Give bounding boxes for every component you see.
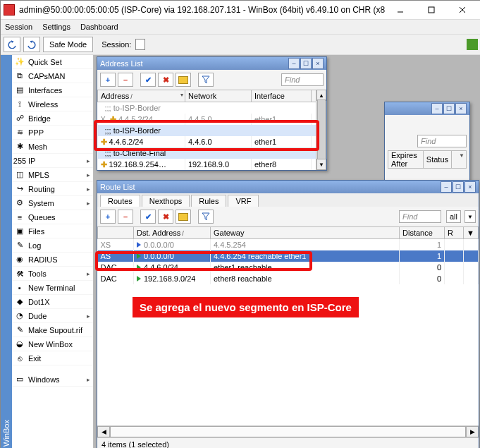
sidebar-item-dot1x[interactable]: ◆Dot1X xyxy=(12,295,93,309)
sidebar-item-new-winbox[interactable]: ◒New WinBox xyxy=(12,337,93,351)
table-row[interactable]: X✚ 4.4.5.2/244.4.5.0ether1 xyxy=(98,114,326,125)
sidebar-item-ppp[interactable]: ≋PPP xyxy=(12,126,93,140)
main-toolbar: Safe Mode Session: xyxy=(1,34,480,55)
col-more[interactable]: ▼ xyxy=(452,151,467,169)
route-min-button[interactable]: – xyxy=(441,181,452,193)
sidebar-item-mpls[interactable]: ◫MPLS▸ xyxy=(12,168,93,182)
table-row[interactable]: XS0.0.0.0/04.4.5.2541 xyxy=(98,239,479,251)
sidebar-item-exit[interactable]: ⎋Exit xyxy=(12,351,93,365)
table-row[interactable]: ;;; to-Cliente-Final xyxy=(98,147,326,159)
table-row[interactable]: ✚ 4.4.6.2/244.4.6.0ether1 xyxy=(98,136,326,147)
minimize-button[interactable] xyxy=(385,1,416,19)
sidebar-item-bridge[interactable]: ☍Bridge xyxy=(12,111,93,126)
route-remove-button[interactable]: – xyxy=(118,210,133,224)
tools-icon: 🛠 xyxy=(15,269,25,279)
hscroll-right[interactable]: ▶ xyxy=(466,426,479,437)
hidden-find-input[interactable]: Find xyxy=(417,135,467,147)
sidebar-item-routing[interactable]: ↪Routing▸ xyxy=(12,182,93,196)
table-row[interactable]: AS0.0.0.0/04.4.6.254 reachable ether11 xyxy=(98,250,479,262)
address-table: Address/▾ Network Interface ▼ ;;; to-ISP… xyxy=(97,90,326,170)
table-row[interactable]: ;;; to-ISP-Border xyxy=(98,125,326,136)
sidebar-item-log[interactable]: ✎Log xyxy=(12,238,93,253)
route-comment-button[interactable] xyxy=(176,210,191,224)
table-row[interactable]: ;;; to-ISP-Border xyxy=(98,102,326,114)
sidebar-item-label: New Terminal xyxy=(28,284,75,292)
hidden-min-button[interactable]: – xyxy=(431,103,443,114)
addr-max-button[interactable]: ☐ xyxy=(300,58,312,69)
sidebar-item-new-terminal[interactable]: ▪New Terminal xyxy=(12,281,93,295)
tab-rules[interactable]: Rules xyxy=(191,195,226,207)
col-address[interactable]: Address/▾ xyxy=(98,90,185,102)
close-button[interactable] xyxy=(447,1,478,19)
dude-icon: ◔ xyxy=(15,311,25,321)
hidden-close-button[interactable]: × xyxy=(455,103,467,114)
sidebar-handle[interactable]: WinBox xyxy=(1,55,12,448)
route-filter-button[interactable] xyxy=(198,210,214,224)
table-row[interactable]: ✚ 192.168.9.254…192.168.9.0ether8 xyxy=(98,159,326,170)
hscroll-left[interactable]: ◀ xyxy=(97,426,110,437)
addr-close-button[interactable]: × xyxy=(312,58,324,69)
route-find-input[interactable]: Find xyxy=(399,210,441,223)
sidebar-item-quick-set[interactable]: ✨Quick Set xyxy=(12,55,93,69)
addr-find-input[interactable]: Find xyxy=(281,73,324,86)
safe-mode-button[interactable]: Safe Mode xyxy=(43,37,93,52)
col-route-more[interactable]: ▼ xyxy=(464,227,479,239)
col-status[interactable]: Status xyxy=(423,151,451,169)
table-row[interactable]: DAC4.4.6.0/24ether1 reachable0 xyxy=(98,262,479,273)
sidebar-item-capsman[interactable]: ⧉CAPsMAN xyxy=(12,69,93,83)
sidebar-item-ip[interactable]: 255IP▸ xyxy=(12,154,93,168)
sidebar-item-make-supout-rif[interactable]: ✎Make Supout.rif xyxy=(12,323,93,337)
addr-scroll-down[interactable]: ▼ xyxy=(316,159,326,170)
col-network[interactable]: Network xyxy=(185,90,252,102)
sidebar-item-interfaces[interactable]: ▤Interfaces xyxy=(12,83,93,97)
sidebar-item-mesh[interactable]: ✱Mesh xyxy=(12,140,93,154)
add-button[interactable]: + xyxy=(100,73,116,87)
remove-button[interactable]: – xyxy=(118,73,133,87)
sidebar-item-queues[interactable]: ≡Queues xyxy=(12,210,93,224)
sidebar-item-tools[interactable]: 🛠Tools▸ xyxy=(12,267,93,281)
col-distance[interactable]: Distance xyxy=(400,227,445,239)
col-dst[interactable]: Dst. Address/ xyxy=(134,227,211,239)
route-scope-select[interactable]: all xyxy=(446,210,461,223)
route-enable-button[interactable]: ✔ xyxy=(140,210,156,224)
hscroll-track[interactable] xyxy=(110,426,466,437)
col-r[interactable]: R xyxy=(445,227,464,239)
col-interface[interactable]: Interface xyxy=(252,90,312,102)
comment-button[interactable] xyxy=(176,73,191,87)
undo-button[interactable] xyxy=(4,37,20,52)
tab-nexthops[interactable]: Nexthops xyxy=(142,195,190,207)
route-add-button[interactable]: + xyxy=(100,210,116,224)
filter-button[interactable] xyxy=(198,73,214,87)
maximize-button[interactable] xyxy=(416,1,447,19)
session-input[interactable] xyxy=(135,39,145,50)
route-max-button[interactable]: ☐ xyxy=(453,181,464,193)
route-close-button[interactable]: × xyxy=(464,181,476,193)
redo-button[interactable] xyxy=(23,37,40,52)
sidebar-item-files[interactable]: ▣Files xyxy=(12,224,93,238)
col-gateway[interactable]: Gateway xyxy=(211,227,400,239)
sidebar-item-windows[interactable]: ▭Windows▸ xyxy=(12,373,93,387)
table-row[interactable]: DAC192.168.9.0/24ether8 reachable0 xyxy=(98,273,479,284)
status-indicator[interactable] xyxy=(467,39,478,50)
sidebar-item-label: Quick Set xyxy=(28,58,62,66)
hidden-max-button[interactable]: ☐ xyxy=(443,103,455,114)
addr-scroll-thumb[interactable] xyxy=(317,99,326,160)
address-comment: ;;; to-Cliente-Final xyxy=(98,147,326,159)
tab-routes[interactable]: Routes xyxy=(100,195,140,207)
col-expires[interactable]: Expires After xyxy=(388,151,424,169)
addr-min-button[interactable]: – xyxy=(288,58,300,69)
enable-button[interactable]: ✔ xyxy=(140,73,156,87)
menu-session[interactable]: Session xyxy=(5,23,32,31)
sidebar-item-dude[interactable]: ◔Dude▸ xyxy=(12,309,93,323)
route-disable-button[interactable]: ✖ xyxy=(158,210,173,224)
sidebar-item-wireless[interactable]: ⟟Wireless xyxy=(12,97,93,111)
sidebar-item-system[interactable]: ⚙System▸ xyxy=(12,196,93,210)
col-flags[interactable] xyxy=(98,227,134,239)
disable-button[interactable]: ✖ xyxy=(158,73,173,87)
tab-vrf[interactable]: VRF xyxy=(228,195,259,207)
route-scope-arrow[interactable]: ▼ xyxy=(464,210,476,223)
sidebar-item-radius[interactable]: ◉RADIUS xyxy=(12,253,93,267)
menu-dashboard[interactable]: Dashboard xyxy=(80,23,118,31)
menu-settings[interactable]: Settings xyxy=(42,23,70,31)
hidden-window: –☐× Find Expires After Status ▼ xyxy=(384,102,470,184)
